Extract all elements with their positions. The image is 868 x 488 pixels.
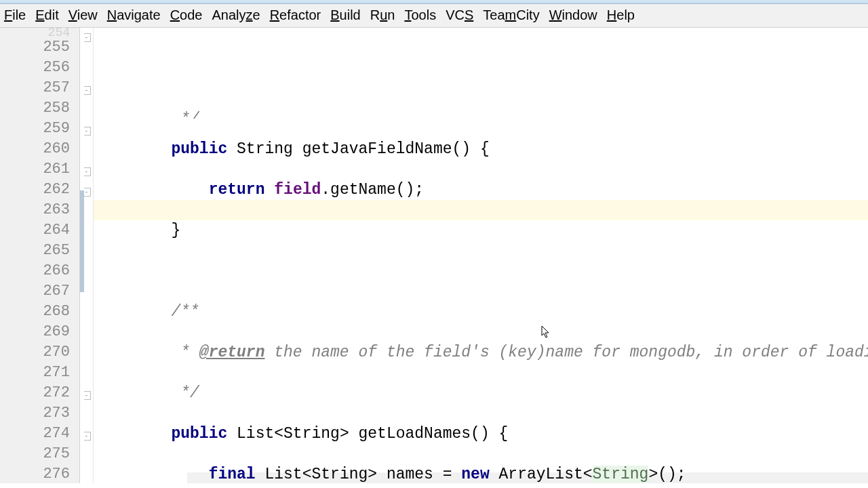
code-text: .getName(); — [321, 181, 424, 199]
code-text-area[interactable]: */ public String getJavaFieldName() { re… — [94, 28, 868, 483]
menu-run[interactable]: Run — [370, 7, 395, 23]
line-number: 268 — [0, 302, 70, 322]
menu-file[interactable]: File — [4, 7, 26, 23]
menu-teamcity[interactable]: TeamCity — [483, 7, 539, 23]
code-text: public — [171, 425, 227, 443]
line-number: 269 — [0, 322, 70, 342]
editor-area[interactable]: 254 255 256 257 258 259 260 261 262 263 … — [0, 28, 868, 483]
menu-help[interactable]: Help — [607, 7, 635, 23]
menu-view[interactable]: View — [68, 7, 98, 23]
menu-refactor[interactable]: Refactor — [270, 7, 321, 23]
menu-build[interactable]: Build — [330, 7, 360, 23]
line-number: 274 — [0, 424, 70, 444]
main-menu-bar[interactable]: File Edit View Navigate Code Analyze Ref… — [0, 4, 868, 28]
line-number: 273 — [0, 403, 70, 424]
line-number: 260 — [0, 139, 70, 159]
line-number: 265 — [0, 241, 70, 261]
code-text: final — [209, 466, 256, 483]
line-number: 275 — [0, 444, 70, 464]
line-number: 255 — [0, 37, 70, 58]
line-number: 267 — [0, 281, 70, 302]
menu-tools[interactable]: Tools — [404, 7, 436, 23]
line-number-gutter[interactable]: 254 255 256 257 258 259 260 261 262 263 … — [0, 28, 80, 483]
menu-analyze[interactable]: Analyze — [212, 7, 260, 23]
code-text: String — [593, 466, 649, 483]
code-text: >(); — [648, 466, 686, 483]
code-text: List<String> names = — [256, 466, 462, 483]
menu-navigate[interactable]: Navigate — [107, 7, 161, 23]
line-number: 254 — [0, 28, 70, 37]
menu-window[interactable]: Window — [549, 7, 597, 23]
modified-range-indicator — [80, 190, 84, 292]
line-number: 262 — [0, 180, 70, 200]
code-text — [264, 181, 274, 199]
modification-bar — [80, 28, 84, 483]
line-number: 271 — [0, 363, 70, 383]
code-text: ArrayList< — [490, 466, 593, 483]
code-text: public — [171, 140, 227, 158]
code-text: List<String> getLoadNames() { — [227, 425, 508, 443]
line-number: 259 — [0, 119, 70, 139]
code-text: String getJavaFieldName() { — [227, 140, 489, 158]
line-number: 257 — [0, 78, 70, 98]
line-number: 256 — [0, 58, 70, 78]
line-number: 258 — [0, 98, 70, 119]
line-number: 270 — [0, 342, 70, 363]
code-text: /** — [96, 303, 199, 321]
line-number: 264 — [0, 220, 70, 241]
code-text: */ — [96, 110, 199, 119]
code-text: * — [96, 344, 199, 361]
code-text: return — [209, 181, 265, 199]
code-text: field — [274, 181, 321, 199]
line-number: 276 — [0, 464, 70, 485]
code-text: new — [461, 466, 489, 483]
code-text: } — [96, 222, 180, 239]
line-number: 272 — [0, 383, 70, 403]
menu-code[interactable]: Code — [170, 7, 203, 23]
code-text: @return — [199, 344, 265, 361]
line-number: 261 — [0, 159, 70, 180]
code-text: */ — [96, 384, 199, 402]
line-number: 263 — [0, 200, 70, 220]
menu-edit[interactable]: Edit — [35, 7, 58, 23]
code-text: the name of the field's (key)name for mo… — [264, 344, 868, 361]
line-number: 266 — [0, 261, 70, 281]
menu-vcs[interactable]: VCS — [446, 7, 473, 23]
